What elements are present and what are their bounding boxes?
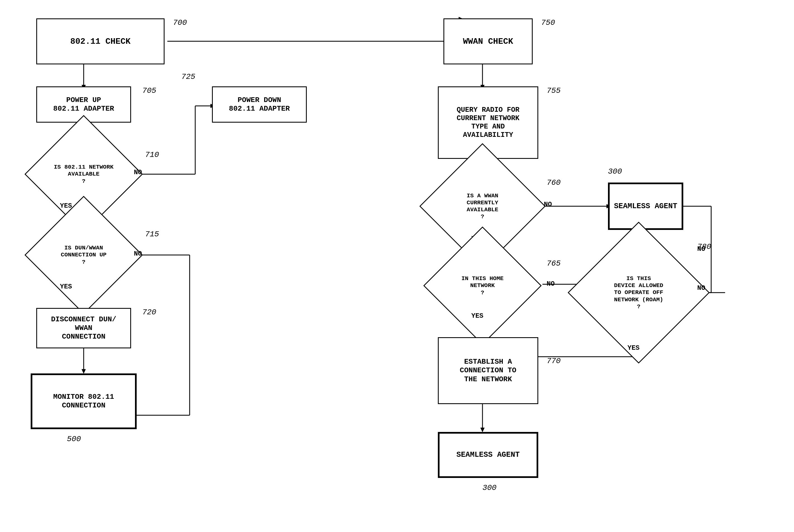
label-765: 765 (547, 259, 560, 268)
box-802-check: 802.11 CHECK (36, 18, 165, 64)
box-disconnect: DISCONNECT DUN/ WWAN CONNECTION (36, 308, 131, 348)
label-755: 755 (547, 87, 560, 95)
label-700: 700 (173, 18, 187, 27)
no-label-760: NO (544, 201, 552, 208)
box-seamless-agent-top: SEAMLESS AGENT (608, 183, 683, 230)
box-monitor: MONITOR 802.11 CONNECTION (31, 374, 137, 429)
diamond-home-network: IN THIS HOME NETWORK ? (418, 259, 547, 312)
label-500: 500 (67, 435, 81, 443)
svg-marker-39 (481, 428, 484, 432)
no-label-715: NO (134, 250, 142, 258)
no-label-710: NO (134, 169, 142, 176)
box-seamless-agent-bottom: SEAMLESS AGENT (438, 432, 538, 478)
label-770: 770 (547, 357, 560, 365)
box-power-down: POWER DOWN 802.11 ADAPTER (212, 87, 307, 122)
box-wwan-check: WWAN CHECK (443, 18, 533, 64)
label-300-bottom: 300 (482, 483, 496, 492)
no-label-780-right: NO (697, 284, 705, 292)
box-query-radio: QUERY RADIO FOR CURRENT NETWORK TYPE AND… (438, 87, 538, 159)
box-establish: ESTABLISH A CONNECTION TO THE NETWORK (438, 337, 538, 404)
yes-label-765: YES (471, 312, 483, 320)
label-720: 720 (142, 308, 156, 317)
label-710: 710 (145, 151, 159, 159)
label-750: 750 (541, 18, 555, 27)
label-705: 705 (142, 87, 156, 95)
no-label-780-top: NO (697, 245, 705, 253)
no-label-765: NO (547, 280, 555, 288)
diamond-wwan-available: IS A WWAN CURRENTLY AVAILABLE ? (418, 178, 547, 234)
svg-marker-9 (82, 369, 86, 374)
yes-label-710: YES (60, 202, 72, 210)
yes-label-780: YES (628, 344, 640, 352)
yes-label-715: YES (60, 283, 72, 290)
diamond-802-available: IS 802.11 NETWORK AVAILABLE ? (22, 148, 145, 201)
label-715: 715 (145, 230, 159, 239)
diamond-dun-wwan: IS DUN/WWAN CONNECTION UP ? (22, 229, 145, 282)
label-725: 725 (181, 73, 195, 81)
label-300-top: 300 (608, 167, 622, 176)
label-760: 760 (547, 178, 560, 187)
diamond-roam: IS THIS DEVICE ALLOWED TO OPERATE OFF NE… (583, 243, 695, 343)
